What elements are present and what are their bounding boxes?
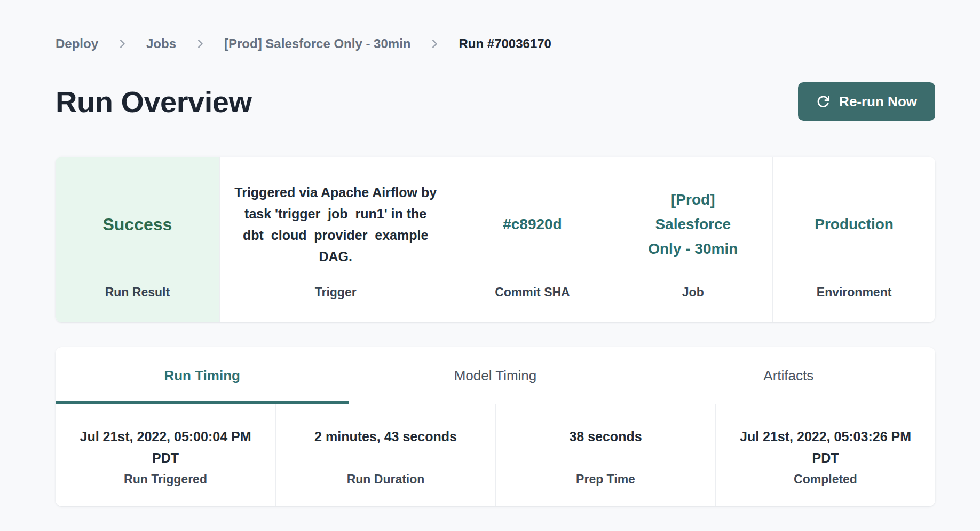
tab-model-timing[interactable]: Model Timing <box>349 347 642 404</box>
run-duration-value: 2 minutes, 43 seconds <box>314 426 457 468</box>
tab-bar: Run Timing Model Timing Artifacts <box>56 347 935 404</box>
breadcrumb-item-deploy[interactable]: Deploy <box>56 36 98 51</box>
chevron-right-icon <box>429 38 440 50</box>
tab-artifacts[interactable]: Artifacts <box>642 347 935 404</box>
run-summary-cards: Success Run Result Triggered via Apache … <box>56 157 935 322</box>
prep-time-value: 38 seconds <box>569 426 642 468</box>
breadcrumb-item-run-number: Run #70036170 <box>459 36 551 51</box>
rerun-now-label: Re-run Now <box>839 93 917 110</box>
run-result-label: Run Result <box>105 284 170 301</box>
tab-run-timing[interactable]: Run Timing <box>56 347 349 404</box>
summary-card-commit-sha: #c8920d Commit SHA <box>452 157 613 322</box>
timing-card-completed: Jul 21st, 2022, 05:03:26 PM PDT Complete… <box>715 404 935 506</box>
refresh-cw-icon <box>816 95 831 109</box>
run-timing-content: Jul 21st, 2022, 05:00:04 PM PDT Run Trig… <box>56 404 935 506</box>
commit-sha-label: Commit SHA <box>495 284 570 301</box>
commit-sha-link[interactable]: #c8920d <box>503 216 562 233</box>
timing-card-prep-time: 38 seconds Prep Time <box>495 404 715 506</box>
trigger-value: Triggered via Apache Airflow by task 'tr… <box>232 182 440 267</box>
job-label: Job <box>682 284 704 301</box>
run-duration-label: Run Duration <box>347 471 425 488</box>
timing-card-run-triggered: Jul 21st, 2022, 05:00:04 PM PDT Run Trig… <box>56 404 275 506</box>
trigger-label: Trigger <box>315 284 357 301</box>
environment-label: Environment <box>817 284 892 301</box>
run-result-value: Success <box>102 215 172 235</box>
run-triggered-value: Jul 21st, 2022, 05:00:04 PM PDT <box>71 426 260 468</box>
chevron-right-icon <box>116 38 128 50</box>
rerun-now-button[interactable]: Re-run Now <box>798 82 935 121</box>
run-overview-page: Deploy Jobs [Prod] Salesforce Only - 30m… <box>0 0 980 531</box>
breadcrumb-item-job-name[interactable]: [Prod] Salesforce Only - 30min <box>224 36 410 51</box>
run-triggered-label: Run Triggered <box>124 471 207 488</box>
completed-label: Completed <box>794 471 857 488</box>
run-detail-panel: Run Timing Model Timing Artifacts Jul 21… <box>56 347 935 506</box>
page-header: Run Overview Re-run Now <box>56 82 935 121</box>
completed-value: Jul 21st, 2022, 05:03:26 PM PDT <box>731 426 920 468</box>
environment-link[interactable]: Production <box>815 216 894 233</box>
breadcrumb-item-jobs[interactable]: Jobs <box>146 36 176 51</box>
prep-time-label: Prep Time <box>576 471 635 488</box>
timing-card-run-duration: 2 minutes, 43 seconds Run Duration <box>275 404 495 506</box>
summary-card-trigger: Triggered via Apache Airflow by task 'tr… <box>219 157 452 322</box>
summary-card-job: [Prod] Salesforce Only - 30min Job <box>613 157 772 322</box>
summary-card-run-result: Success Run Result <box>56 157 219 322</box>
breadcrumb: Deploy Jobs [Prod] Salesforce Only - 30m… <box>56 0 935 51</box>
page-title: Run Overview <box>56 84 251 119</box>
chevron-right-icon <box>194 38 206 50</box>
summary-card-environment: Production Environment <box>772 157 935 322</box>
job-link[interactable]: [Prod] Salesforce Only - 30min <box>639 188 746 261</box>
